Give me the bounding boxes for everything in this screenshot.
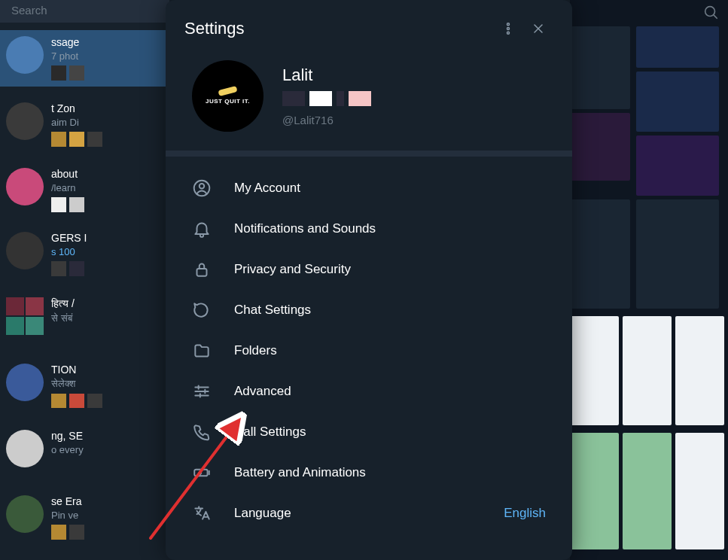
profile-section: JUST QUIT IT. Lalit @Lalit716 [166,56,572,151]
account-icon [192,178,212,198]
profile-avatar[interactable]: JUST QUIT IT. [192,60,263,132]
settings-item-label: Folders [234,343,546,358]
media-panel [570,0,728,560]
chat-subtitle: Pin ve [51,510,163,521]
lock-icon [192,260,212,279]
avatar [6,495,44,533]
settings-item-account[interactable]: My Account [166,168,572,208]
modal-header: Settings [166,0,572,56]
chat-title: GERS I [51,232,163,244]
chat-subtitle: 7 phot [51,50,163,62]
chat-item[interactable]: ssage 7 phot [0,30,169,87]
more-options-button[interactable] [493,14,523,44]
divider [166,151,572,157]
avatar [6,364,44,401]
chat-item[interactable]: ng, SE o every [0,424,169,480]
chat-subtitle: o every [51,444,163,455]
close-button[interactable] [523,14,553,44]
chat-title: हित्य / [51,297,163,310]
folder-icon [192,341,212,361]
profile-blocks [282,91,371,106]
settings-item-label: Advanced [234,384,546,399]
settings-list: My Account Notifications and Sounds Priv… [166,157,572,545]
svg-point-8 [200,184,205,189]
chat-subtitle: सेलेक्श [51,378,163,390]
search-input[interactable]: Search [0,0,169,23]
settings-item-label: Battery and Animations [234,465,546,480]
avatar [6,168,44,205]
settings-item-privacy[interactable]: Privacy and Security [166,249,572,290]
phone-icon [192,422,212,442]
svg-line-1 [714,15,717,18]
language-icon [192,504,212,523]
avatar [6,36,44,74]
settings-item-label: Chat Settings [234,303,546,318]
svg-rect-9 [197,269,207,276]
chat-subtitle: aim Di [51,117,163,128]
avatar [6,430,44,467]
settings-item-advanced[interactable]: Advanced [166,371,572,412]
battery-icon [192,463,212,482]
settings-item-notifications[interactable]: Notifications and Sounds [166,208,572,249]
profile-name: Lalit [282,65,371,85]
chat-subtitle: /learn [51,182,163,193]
profile-handle: @Lalit716 [282,114,371,126]
settings-item-folders[interactable]: Folders [166,330,572,371]
settings-item-label: Privacy and Security [234,262,546,277]
chat-title: se Era [51,495,163,507]
language-value: English [504,506,546,521]
svg-point-2 [507,23,510,25]
chat-subtitle: s 100 [51,246,163,257]
settings-modal: Settings JUST QUIT IT. Lalit @Lalit716 [166,0,572,560]
chat-item[interactable]: t Zon aim Di [0,96,169,153]
chat-item[interactable]: se Era Pin ve [0,489,169,546]
chat-item[interactable]: about /learn [0,162,169,218]
chat-item[interactable]: TION सेलेक्श [0,358,169,414]
svg-point-4 [507,32,510,34]
sliders-icon [192,382,212,401]
settings-item-label: Call Settings [234,425,546,440]
settings-item-chat[interactable]: Chat Settings [166,290,572,330]
chat-title: TION [51,364,163,376]
chat-subtitle: से संबं [51,312,163,324]
chat-item[interactable]: हित्य / से संबं [0,291,169,348]
settings-item-battery[interactable]: Battery and Animations [166,452,572,493]
chat-title: t Zon [51,102,163,114]
chat-title: ng, SE [51,430,163,442]
settings-item-label: My Account [234,181,546,196]
settings-item-language[interactable]: Language English [166,493,572,534]
search-icon[interactable] [702,4,719,23]
chat-icon [192,300,212,320]
settings-item-calls[interactable]: Call Settings [166,412,572,452]
modal-title: Settings [184,19,493,38]
avatar [6,102,44,140]
chat-title: ssage [51,36,163,48]
settings-item-label: Language [234,506,481,521]
chat-title: about [51,168,163,180]
avatar [6,232,44,269]
chat-item[interactable]: GERS I s 100 [0,226,169,282]
settings-item-label: Notifications and Sounds [234,221,546,236]
svg-point-3 [507,27,510,29]
avatar [6,297,44,335]
chat-sidebar: Search ssage 7 phot t Zon aim Di [0,0,169,560]
bell-icon [192,219,212,239]
